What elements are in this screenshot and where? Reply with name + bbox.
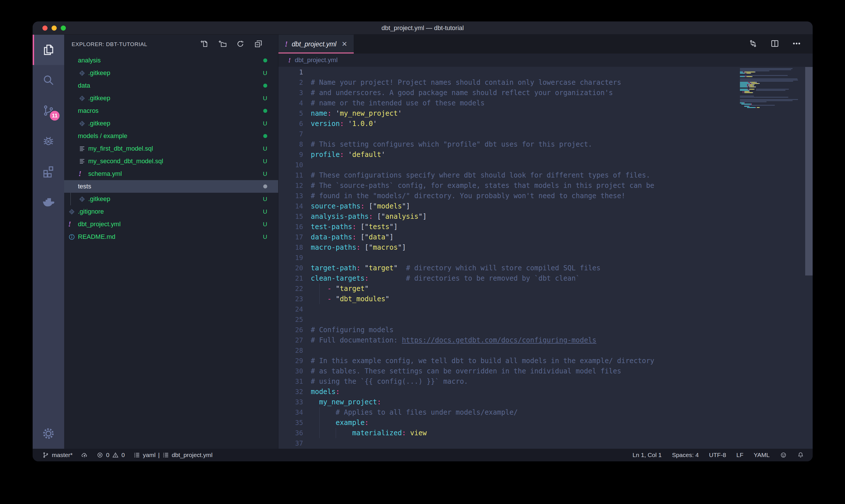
code-line-13[interactable]: 13# found in the "models/" directory. Yo… bbox=[278, 191, 813, 201]
workbench: 11 EXPLORER: DBT-TUTORIAL analysis.gitke… bbox=[33, 35, 813, 449]
close-window-button[interactable] bbox=[42, 25, 48, 31]
refresh-button[interactable] bbox=[236, 39, 245, 49]
eol-setting[interactable]: LF bbox=[736, 452, 743, 458]
close-tab-icon[interactable]: ✕ bbox=[340, 40, 347, 48]
code-line-18[interactable]: 18macro-paths: ["macros"] bbox=[278, 242, 813, 253]
code-line-3[interactable]: 3# and underscores. A good package name … bbox=[278, 88, 813, 98]
tree-item-my-second-dbt-model-sql[interactable]: my_second_dbt_model.sqlU bbox=[64, 155, 278, 167]
code-line-24[interactable]: 24 bbox=[278, 304, 813, 314]
outline-mode-status[interactable]: yaml | dbt_project.yml bbox=[133, 452, 213, 458]
error-count: 0 bbox=[106, 452, 109, 458]
code-line-17[interactable]: 17data-paths: ["data"] bbox=[278, 232, 813, 242]
line-number: 12 bbox=[278, 180, 303, 191]
chevron-down-icon bbox=[68, 57, 77, 63]
language-mode[interactable]: YAML bbox=[754, 452, 770, 458]
code-line-32[interactable]: 32models: bbox=[278, 386, 813, 397]
open-changes-button[interactable] bbox=[749, 39, 758, 49]
git-untracked-badge: U bbox=[263, 170, 278, 177]
line-number: 1 bbox=[278, 67, 303, 77]
cursor-position[interactable]: Ln 1, Col 1 bbox=[632, 452, 662, 458]
activity-item-source-control[interactable]: 11 bbox=[33, 95, 64, 126]
code-line-34[interactable]: 34 # Applies to all files under models/e… bbox=[278, 407, 813, 417]
code-line-16[interactable]: 16test-paths: ["tests"] bbox=[278, 222, 813, 232]
code-line-9[interactable]: 9profile: 'default' bbox=[278, 149, 813, 160]
activity-item-docker[interactable] bbox=[33, 186, 64, 217]
code-line-28[interactable]: 28 bbox=[278, 345, 813, 356]
tree-item--gitkeep[interactable]: .gitkeepU bbox=[64, 67, 278, 79]
problems-status[interactable]: 0 0 bbox=[96, 452, 125, 458]
minimap[interactable] bbox=[740, 67, 805, 109]
tree-item-label: schema.yml bbox=[87, 170, 263, 178]
code-line-37[interactable]: 37 bbox=[278, 438, 813, 448]
activity-item-extensions[interactable] bbox=[33, 156, 64, 186]
tab-dbt-project-yml[interactable]: ! dbt_project.yml ✕ bbox=[278, 35, 354, 54]
code-line-25[interactable]: 25 bbox=[278, 314, 813, 325]
tree-item--gitkeep[interactable]: .gitkeepU bbox=[64, 117, 278, 130]
git-branch-status[interactable]: master* bbox=[42, 452, 72, 458]
tree-item-tests[interactable]: tests bbox=[64, 180, 278, 193]
code-line-8[interactable]: 8# This setting configures which "profil… bbox=[278, 139, 813, 149]
notifications-button[interactable] bbox=[797, 452, 804, 458]
code-line-30[interactable]: 30# as tables. These settings can be ove… bbox=[278, 366, 813, 376]
new-folder-button[interactable] bbox=[218, 39, 227, 49]
minimize-window-button[interactable] bbox=[52, 25, 57, 31]
tree-item-data[interactable]: data bbox=[64, 79, 278, 92]
code-line-23[interactable]: 23 - "dbt_modules" bbox=[278, 294, 813, 304]
tree-item-schema-yml[interactable]: !schema.ymlU bbox=[64, 167, 278, 180]
code-line-21[interactable]: 21clean-targets: # directories to be rem… bbox=[278, 273, 813, 284]
code-line-26[interactable]: 26# Configuring models bbox=[278, 325, 813, 335]
code-line-4[interactable]: 4# name or the intended use of these mod… bbox=[278, 98, 813, 108]
tree-item-label: my_second_dbt_model.sql bbox=[87, 158, 263, 165]
tree-item-models-example[interactable]: models / example bbox=[64, 130, 278, 142]
more-actions-button[interactable] bbox=[792, 39, 801, 49]
indentation-setting[interactable]: Spaces: 4 bbox=[672, 452, 699, 458]
tree-item--gitignore[interactable]: .gitignoreU bbox=[64, 205, 278, 218]
code-line-36[interactable]: 36 materialized: view bbox=[278, 428, 813, 438]
code-line-6[interactable]: 6version: '1.0.0' bbox=[278, 119, 813, 129]
git-untracked-badge: U bbox=[263, 95, 278, 102]
breadcrumb[interactable]: ! dbt_project.yml bbox=[278, 54, 813, 67]
zoom-window-button[interactable] bbox=[61, 25, 66, 31]
collapse-all-button[interactable] bbox=[254, 39, 263, 49]
code-line-27[interactable]: 27# Full documentation: https://docs.get… bbox=[278, 335, 813, 345]
code-line-22[interactable]: 22 - "target" bbox=[278, 284, 813, 294]
activity-item-debug[interactable] bbox=[33, 126, 64, 156]
code-line-19[interactable]: 19 bbox=[278, 253, 813, 263]
tree-item-my-first-dbt-model-sql[interactable]: my_first_dbt_model.sqlU bbox=[64, 142, 278, 155]
code-line-11[interactable]: 11# These configurations specify where d… bbox=[278, 170, 813, 180]
code-editor[interactable]: 12# Name your project! Project names sho… bbox=[278, 67, 813, 449]
activity-item-search[interactable] bbox=[33, 65, 64, 95]
outline-file-label: dbt_project.yml bbox=[172, 452, 213, 458]
new-file-button[interactable] bbox=[200, 39, 209, 49]
code-line-14[interactable]: 14source-paths: ["models"] bbox=[278, 201, 813, 211]
cloud-upload-icon bbox=[81, 452, 88, 458]
tree-item--gitkeep[interactable]: .gitkeepU bbox=[64, 92, 278, 105]
split-editor-button[interactable] bbox=[770, 39, 779, 49]
tree-item-label: .gitignore bbox=[77, 208, 263, 215]
tree-item-macros[interactable]: macros bbox=[64, 105, 278, 117]
code-line-7[interactable]: 7 bbox=[278, 129, 813, 139]
code-line-2[interactable]: 2# Name your project! Project names shou… bbox=[278, 77, 813, 88]
code-line-33[interactable]: 33 my_new_project: bbox=[278, 397, 813, 407]
encoding-setting[interactable]: UTF-8 bbox=[709, 452, 726, 458]
feedback-button[interactable] bbox=[780, 452, 787, 458]
line-number: 4 bbox=[278, 98, 303, 108]
scm-badge: 11 bbox=[50, 111, 59, 121]
tree-item--gitkeep[interactable]: .gitkeepU bbox=[64, 193, 278, 205]
code-line-1[interactable]: 1 bbox=[278, 67, 813, 77]
code-line-12[interactable]: 12# The `source-paths` config, for examp… bbox=[278, 180, 813, 191]
code-line-5[interactable]: 5name: 'my_new_project' bbox=[278, 108, 813, 119]
editor-scrollbar[interactable] bbox=[805, 67, 813, 275]
code-line-31[interactable]: 31# using the `{{ config(...) }}` macro. bbox=[278, 376, 813, 386]
tree-item-readme-md[interactable]: README.mdU bbox=[64, 231, 278, 243]
activity-item-explorer[interactable] bbox=[33, 35, 64, 65]
tree-item-dbt-project-yml[interactable]: !dbt_project.ymlU bbox=[64, 218, 278, 231]
activity-item-settings[interactable] bbox=[33, 418, 64, 449]
code-line-29[interactable]: 29# In this example config, we tell dbt … bbox=[278, 356, 813, 366]
tree-item-analysis[interactable]: analysis bbox=[64, 54, 278, 67]
code-line-35[interactable]: 35 example: bbox=[278, 417, 813, 428]
code-line-15[interactable]: 15analysis-paths: ["analysis"] bbox=[278, 211, 813, 222]
code-line-20[interactable]: 20target-path: "target" # directory whic… bbox=[278, 263, 813, 273]
sync-status[interactable] bbox=[81, 452, 88, 458]
code-line-10[interactable]: 10 bbox=[278, 160, 813, 170]
